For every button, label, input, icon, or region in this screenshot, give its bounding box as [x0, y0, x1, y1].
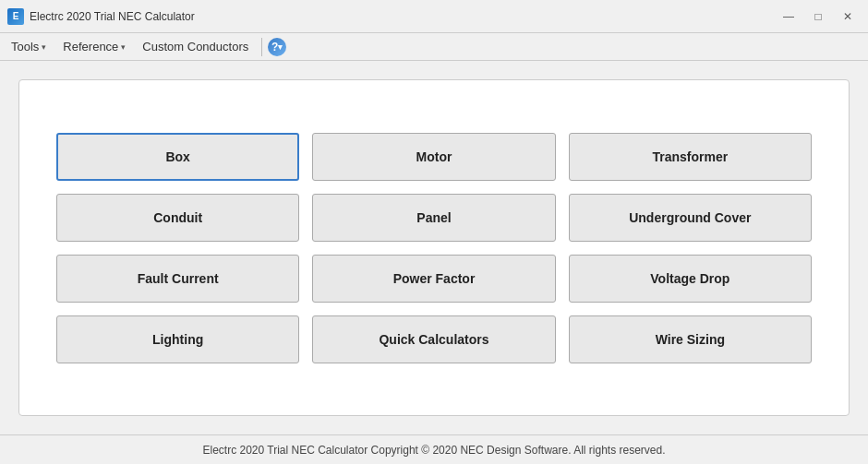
app-icon: E [7, 8, 24, 25]
close-button[interactable]: ✕ [835, 6, 861, 27]
menu-item-tools[interactable]: Tools ▾ [4, 37, 54, 56]
menu-bar: Tools ▾ Reference ▾ Custom Conductors ? … [0, 33, 868, 61]
calculator-panel: Box Motor Transformer Conduit Panel Unde… [18, 79, 850, 416]
tools-chevron-icon: ▾ [42, 42, 46, 52]
footer: Electrc 2020 Trial NEC Calculator Copyri… [0, 434, 868, 464]
voltage-drop-button[interactable]: Voltage Drop [569, 255, 812, 303]
power-factor-button[interactable]: Power Factor [312, 255, 555, 303]
title-bar: E Electrc 2020 Trial NEC Calculator — □ … [0, 0, 868, 33]
minimize-button[interactable]: — [776, 6, 802, 27]
footer-text: Electrc 2020 Trial NEC Calculator Copyri… [202, 444, 665, 457]
panel-button[interactable]: Panel [312, 194, 555, 242]
transformer-button[interactable]: Transformer [569, 133, 812, 181]
menu-separator [261, 38, 262, 56]
reference-chevron-icon: ▾ [121, 42, 126, 52]
main-content: Box Motor Transformer Conduit Panel Unde… [0, 61, 868, 434]
help-chevron-icon: ▾ [278, 42, 283, 52]
help-button[interactable]: ? ▾ [268, 38, 286, 56]
menu-item-custom-conductors[interactable]: Custom Conductors [135, 37, 256, 56]
underground-cover-button[interactable]: Underground Cover [569, 194, 812, 242]
motor-button[interactable]: Motor [312, 133, 555, 181]
menu-item-reference[interactable]: Reference ▾ [55, 37, 133, 56]
title-bar-controls: — □ ✕ [776, 6, 861, 27]
quick-calculators-button[interactable]: Quick Calculators [312, 315, 555, 363]
lighting-button[interactable]: Lighting [56, 315, 299, 363]
fault-current-button[interactable]: Fault Current [56, 255, 299, 303]
title-bar-left: E Electrc 2020 Trial NEC Calculator [7, 8, 195, 25]
buttons-grid: Box Motor Transformer Conduit Panel Unde… [56, 133, 812, 363]
window-title: Electrc 2020 Trial NEC Calculator [30, 10, 195, 23]
maximize-button[interactable]: □ [805, 6, 831, 27]
box-button[interactable]: Box [56, 133, 299, 181]
conduit-button[interactable]: Conduit [56, 194, 299, 242]
wire-sizing-button[interactable]: Wire Sizing [569, 315, 812, 363]
